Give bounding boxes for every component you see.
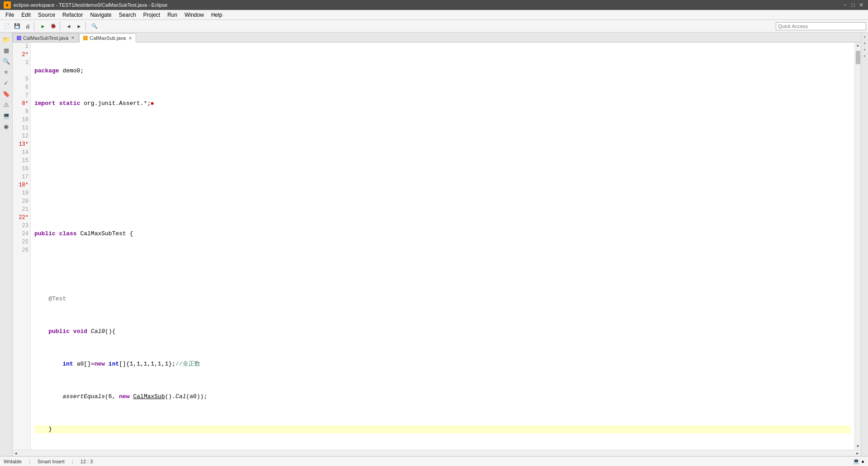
- menu-source[interactable]: Source: [34, 11, 59, 19]
- line-num-12: 12: [14, 132, 28, 140]
- window-controls[interactable]: − □ ✕: [842, 2, 864, 8]
- line-num-26: 26: [14, 246, 28, 254]
- code-line-12: }: [34, 425, 851, 433]
- close-button[interactable]: ✕: [858, 2, 864, 8]
- line-num-8: 8*: [14, 100, 28, 108]
- scroll-track[interactable]: [856, 49, 860, 443]
- vertical-scrollbar[interactable]: ▲ ▼: [854, 43, 861, 450]
- scroll-thumb[interactable]: [856, 51, 860, 64]
- line-num-11: 11: [14, 124, 28, 132]
- toolbar-sep-3: [85, 22, 88, 31]
- sidebar-outline[interactable]: ≡: [1, 67, 11, 77]
- toolbar-right: [776, 22, 866, 30]
- code-line-7: [34, 262, 851, 271]
- app-icon: e: [4, 1, 11, 9]
- editor-area: CalMaxSubTest.java ✕ CalMaxSub.java ✕ 1 …: [13, 33, 861, 456]
- menu-help[interactable]: Help: [208, 11, 226, 19]
- scroll-up-button[interactable]: ▲: [855, 43, 861, 49]
- new-button[interactable]: 📄: [2, 21, 12, 31]
- scroll-right-btn[interactable]: ►: [854, 450, 861, 456]
- line-num-15: 15: [14, 157, 28, 165]
- line-numbers: 1 2* 3 5 6 7 8* 9 10 11 12 13* 14 15 16 …: [13, 43, 31, 450]
- tab-calmaxsub[interactable]: CalMaxSub.java ✕: [79, 33, 136, 43]
- line-num-20: 20: [14, 197, 28, 205]
- title-bar: e eclipse-workspace - TEST1/test/demo0/C…: [0, 0, 868, 10]
- sidebar-console[interactable]: 💻: [1, 110, 11, 120]
- line-num-13: 13*: [14, 140, 28, 148]
- sidebar-problems[interactable]: ⚠: [1, 100, 11, 109]
- tab-icon-calmaxsubtest: [17, 36, 21, 40]
- code-line-6: public class CalMaxSubTest {: [34, 230, 851, 238]
- panel-icon-2[interactable]: ▪: [862, 40, 868, 46]
- back-button[interactable]: ◄: [64, 21, 74, 31]
- tab-calmaxsubtest[interactable]: CalMaxSubTest.java ✕: [13, 33, 79, 42]
- minimize-button[interactable]: −: [842, 2, 848, 8]
- menu-window[interactable]: Window: [181, 11, 208, 19]
- code-line-3: [34, 132, 851, 140]
- code-line-4: [34, 165, 851, 173]
- line-num-4: [14, 67, 28, 75]
- print-button[interactable]: 🖨: [23, 21, 33, 31]
- sidebar-search[interactable]: 🔍: [1, 56, 11, 66]
- status-sep-2: |: [72, 459, 73, 464]
- scroll-down-button[interactable]: ▼: [855, 443, 861, 450]
- line-num-23: 23: [14, 222, 28, 230]
- line-num-16: 16: [14, 165, 28, 173]
- code-line-1: package demo0;: [34, 67, 851, 75]
- status-right: 💻 ●: [853, 458, 864, 464]
- horizontal-scrollbar[interactable]: ◄ ►: [13, 450, 861, 456]
- menu-search[interactable]: Search: [115, 11, 140, 19]
- line-num-1: 1: [14, 43, 28, 51]
- save-button[interactable]: 💾: [12, 21, 22, 31]
- panel-icon-1[interactable]: ▪: [862, 33, 868, 40]
- line-num-9: 9: [14, 108, 28, 116]
- quick-access-input[interactable]: [776, 22, 866, 30]
- line-num-6: 6: [14, 83, 28, 91]
- menu-edit[interactable]: Edit: [18, 11, 34, 19]
- left-sidebar: 📁 ▦ 🔍 ≡ ✓ 🔖 ⚠ 💻 ◉: [0, 33, 13, 456]
- status-icon-2[interactable]: ●: [861, 459, 864, 464]
- menu-navigate[interactable]: Navigate: [86, 11, 115, 19]
- tab-label-calmaxsub: CalMaxSub.java: [90, 35, 126, 41]
- code-line-2: import static org.junit.Assert.*;■: [34, 100, 851, 108]
- code-line-11: assertEquals(6, new CalMaxSub().Cal(a0))…: [34, 393, 851, 401]
- status-bar: Writable | Smart Insert | 12 : 3 💻 ●: [0, 456, 868, 466]
- code-line-10: int a0[]=new int[]{1,1,1,1,1,1};//全正数: [34, 360, 851, 368]
- sidebar-junit[interactable]: ◉: [1, 121, 11, 131]
- panel-icon-3[interactable]: ▪: [862, 46, 868, 52]
- line-num-19: 19: [14, 189, 28, 197]
- tab-close-calmaxsubtest[interactable]: ✕: [71, 35, 75, 40]
- run-button[interactable]: ►: [38, 21, 48, 31]
- status-icon-1[interactable]: 💻: [853, 458, 859, 464]
- sidebar-hierarchy[interactable]: ▦: [1, 45, 11, 55]
- line-num-10: 10: [14, 116, 28, 124]
- sidebar-bookmarks[interactable]: 🔖: [1, 89, 11, 99]
- sidebar-package-explorer[interactable]: 📁: [1, 34, 11, 44]
- toolbar-sep-2: [60, 22, 62, 31]
- forward-button[interactable]: ►: [74, 21, 84, 31]
- sidebar-tasks[interactable]: ✓: [1, 78, 11, 88]
- line-num-24: 24: [14, 230, 28, 238]
- status-insert-mode: Smart Insert: [38, 459, 65, 464]
- code-line-8: @Test: [34, 295, 851, 303]
- tab-icon-calmaxsub: [83, 36, 88, 40]
- line-num-5: 5: [14, 75, 28, 83]
- line-num-14: 14: [14, 148, 28, 157]
- maximize-button[interactable]: □: [850, 2, 856, 8]
- code-line-5: [34, 197, 851, 205]
- toolbar-sep-1: [34, 22, 37, 31]
- menu-refactor[interactable]: Refactor: [59, 11, 86, 19]
- line-num-17: 17: [14, 173, 28, 181]
- menu-file[interactable]: File: [2, 11, 18, 19]
- panel-icon-4[interactable]: ▪: [862, 52, 868, 59]
- code-line-9: public void Cal0(){: [34, 328, 851, 336]
- menu-project[interactable]: Project: [140, 11, 164, 19]
- search-toolbar-button[interactable]: 🔍: [90, 21, 99, 31]
- debug-button[interactable]: 🐞: [48, 21, 58, 31]
- code-content[interactable]: package demo0; import static org.junit.A…: [31, 43, 854, 450]
- tab-close-calmaxsub[interactable]: ✕: [128, 36, 132, 41]
- scroll-left-button[interactable]: ◄: [13, 450, 19, 456]
- line-num-2: 2*: [14, 51, 28, 59]
- status-writable: Writable: [4, 459, 22, 464]
- menu-run[interactable]: Run: [164, 11, 181, 19]
